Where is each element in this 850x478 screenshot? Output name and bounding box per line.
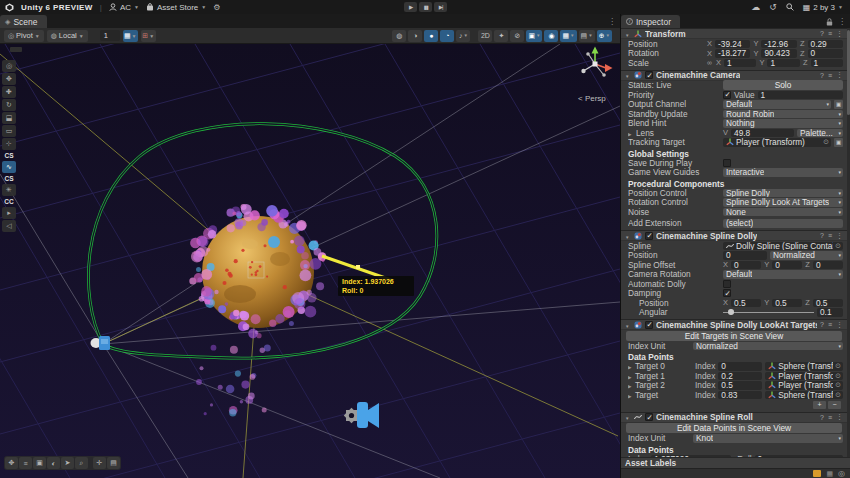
audio-tool-icon[interactable]: ◁ (2, 220, 16, 232)
target-1-index-field[interactable]: 0.2 (718, 372, 762, 381)
spline-dolly-header[interactable]: Cinemachine Spline Dolly ? ≡ ⋮ (621, 230, 847, 241)
target-2-index-field[interactable]: 0.5 (718, 381, 762, 390)
lens-fov-field[interactable]: 49.8 (731, 129, 794, 138)
probe-tool-icon[interactable]: ✳ (2, 184, 16, 196)
save-during-play-checkbox[interactable] (723, 159, 731, 167)
scene-kebab-icon[interactable]: ⋮ (608, 17, 616, 26)
move-tool-icon[interactable]: ✚ (2, 86, 16, 98)
transform-tool-icon[interactable]: ⊹ (2, 138, 16, 150)
foldout-icon[interactable] (628, 361, 634, 371)
position-x-field[interactable]: -39.24 (715, 40, 750, 49)
light-overlay-icon[interactable]: ◐ (47, 457, 60, 469)
scene-visibility-toggle[interactable]: ◉ (544, 30, 558, 42)
priority-value-field[interactable]: 1 (758, 91, 843, 100)
cloud-icon[interactable]: ☁ (751, 2, 760, 12)
hand-tool-icon[interactable]: ✥ (2, 73, 16, 85)
asset-labels-bar[interactable]: Asset Labels (621, 457, 850, 468)
2d-toggle[interactable]: 2D (478, 30, 492, 42)
foldout-icon[interactable] (625, 320, 631, 330)
persp-label[interactable]: < Persp (578, 94, 606, 103)
position-y-field[interactable]: -12.96 (761, 40, 796, 49)
rotate-tool-icon[interactable]: ↻ (2, 99, 16, 111)
foldout-icon[interactable] (625, 231, 631, 241)
scale-link-icon[interactable]: ∞ (707, 59, 712, 66)
camera-rotation-dropdown[interactable]: Default (723, 270, 843, 279)
add-extension-dropdown[interactable]: (select) (723, 219, 843, 228)
gizmos-toggle[interactable]: ⊕▼ (597, 30, 612, 42)
zoom-overlay-icon[interactable]: ⌕ (75, 457, 88, 469)
angular-slider[interactable] (723, 308, 814, 316)
isolation-toggle[interactable]: ⊘ (510, 30, 524, 42)
position-z-field[interactable]: 0.29 (808, 40, 843, 49)
add-target-button[interactable]: + (813, 401, 826, 409)
scene-viewport[interactable]: Index: 1.937026 Roll: 0 (0, 44, 620, 478)
scale-y-field[interactable]: 1 (767, 59, 799, 68)
object-picker-icon[interactable]: ⊙ (835, 242, 841, 250)
noise-dropdown[interactable]: None (723, 208, 843, 217)
step-button[interactable]: ▶| (434, 2, 447, 12)
effects-toggle[interactable]: ✦ (494, 30, 508, 42)
lock-icon[interactable] (826, 18, 833, 26)
rotation-control-dropdown[interactable]: Spline Dolly Look At Targets (723, 198, 843, 207)
position-control-dropdown[interactable]: Spline Dolly (723, 189, 843, 198)
dolly-position-field[interactable]: 0 (723, 251, 767, 260)
object-picker-icon[interactable]: ⊙ (835, 391, 841, 399)
object-picker-icon[interactable]: ⊙ (835, 362, 841, 370)
remove-target-button[interactable]: − (828, 401, 841, 409)
preset-icon[interactable]: ≡ (828, 30, 832, 37)
overlay-menu-toggle[interactable]: ▤▼ (579, 30, 595, 42)
target-0-object-field[interactable]: Sphere (Transform)⊙ (765, 362, 843, 371)
edit-data-points-button[interactable]: Edit Data Points in Scene View (626, 423, 842, 433)
offset-y-field[interactable]: 0 (772, 261, 802, 270)
preset-icon[interactable]: ≡ (828, 232, 832, 239)
lookat-targets-header[interactable]: Cinemachine Spline Dolly LookAt Targets … (621, 319, 847, 330)
layout-dropdown[interactable]: ▦ 2 by 3▼ (803, 3, 843, 12)
kebab-icon[interactable]: ⋮ (836, 71, 843, 79)
target-3-index-field[interactable]: 0.83 (718, 391, 762, 400)
damping-checkbox[interactable] (723, 289, 731, 297)
kebab-icon[interactable]: ⋮ (836, 413, 843, 421)
target-picker-icon[interactable]: ◎ (838, 470, 845, 478)
kebab-icon[interactable]: ⋮ (836, 321, 843, 329)
lookat-enabled-checkbox[interactable] (645, 321, 653, 329)
search-icon[interactable] (786, 3, 794, 11)
grid-toggle[interactable]: ▦▼ (560, 30, 576, 42)
priority-enabled-checkbox[interactable] (723, 91, 731, 99)
camera-overlay-icon[interactable]: ▣ (33, 457, 46, 469)
foldout-icon[interactable] (628, 390, 634, 400)
preset-icon[interactable]: ≡ (828, 321, 832, 328)
pan-overlay-icon[interactable]: ✛ (93, 457, 106, 469)
play-button[interactable]: ▶ (404, 2, 417, 12)
grid-snap-size-field[interactable]: 1 (100, 30, 120, 41)
offset-z-field[interactable]: 0 (813, 261, 843, 270)
scale-tool-icon[interactable]: ⬓ (2, 112, 16, 124)
pause-button[interactable]: ▮▮ (419, 2, 432, 12)
roll-index-unit-dropdown[interactable]: Knot (693, 434, 843, 443)
object-picker-icon[interactable]: ⊙ (823, 138, 829, 146)
audio-toggle[interactable]: ♪▼ (456, 30, 470, 42)
scale-z-field[interactable]: 1 (811, 59, 843, 68)
angular-value-field[interactable]: 0.1 (817, 308, 843, 317)
rect-tool-icon[interactable]: ▭ (2, 125, 16, 137)
target-1-object-field[interactable]: Player (Transform)⊙ (765, 372, 843, 381)
lens-palette-dropdown[interactable]: Palette... (797, 129, 843, 138)
spline-tool-icon[interactable]: ∿ (2, 161, 16, 173)
object-picker-icon[interactable]: ⊙ (835, 381, 841, 389)
grid-snapping-toggle[interactable]: ▦▼ (123, 30, 138, 42)
settings-gear-icon[interactable]: ⚙ (213, 3, 220, 12)
kebab-icon[interactable]: ⋮ (836, 30, 843, 38)
cm-camera-enabled-checkbox[interactable] (645, 71, 653, 79)
lighting-toggle[interactable]: ◔ (440, 30, 454, 42)
wireframe-toggle[interactable]: ◍ (392, 30, 406, 42)
foldout-icon[interactable] (625, 70, 631, 80)
foldout-icon[interactable] (628, 128, 634, 138)
asset-bundle-icon[interactable] (813, 470, 821, 477)
pivot-dropdown[interactable]: ◎ Pivot▼ (4, 30, 44, 42)
index-unit-dropdown[interactable]: Normalized (693, 342, 843, 351)
edit-targets-button[interactable]: Edit Targets in Scene View (626, 331, 842, 341)
foldout-icon[interactable] (628, 371, 634, 381)
dolly-position-unit-dropdown[interactable]: Normalized (770, 251, 843, 260)
target-0-index-field[interactable]: 0 (718, 362, 762, 371)
object-picker-icon[interactable]: ⊙ (835, 372, 841, 380)
standby-update-dropdown[interactable]: Round Robin (723, 110, 843, 119)
